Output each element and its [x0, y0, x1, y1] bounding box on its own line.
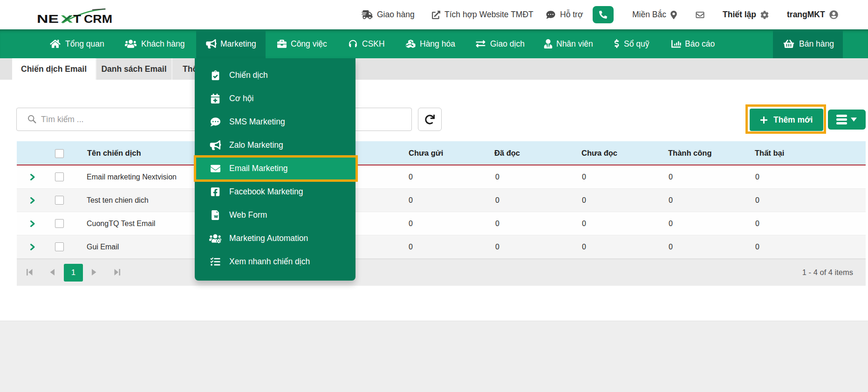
svg-text:NE: NE — [37, 13, 59, 25]
svg-text:CRM: CRM — [84, 13, 112, 25]
svg-text:T: T — [73, 13, 81, 25]
